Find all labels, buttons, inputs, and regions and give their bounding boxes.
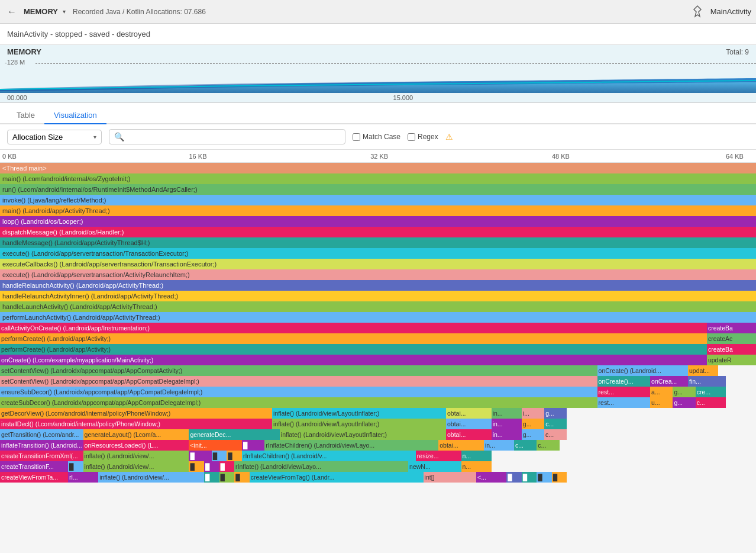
flame-cell-createsubdecor[interactable]: createSubDecor() (Landroidx/appcompat/ap… [0,397,597,408]
flame-cell-oncreate-right2[interactable]: onCreate()... [597,376,650,387]
flame-cell-smallorange[interactable]: █ [552,472,567,483]
flame-cell-inflate6[interactable]: inflate() (Landroid/view/... [98,472,204,483]
flame-cell-bar8[interactable]: █ [219,472,235,483]
flame-cell-inflate3[interactable]: inflate() (Landroid/view/LayoutInflater;… [280,429,446,440]
flame-cell-inflatetransition[interactable]: inflateTransition() (Landroid... [0,440,83,451]
flame-row-execute-relaunch[interactable]: execute() (Landroid/app/servertransactio… [0,269,756,280]
flame-cell-generatedec[interactable]: generateDec... [189,429,279,440]
flame-cell-updater[interactable]: updateR [707,355,756,365]
flame-cell-c2[interactable]: c... [544,429,567,440]
flame-row-method-invoke[interactable]: invoke() (Ljava/lang/reflect/Method;) [0,195,756,205]
flame-cell-generatelayout[interactable]: generateLayout() (Lcom/a... [83,429,189,440]
flame-cell-bar5[interactable]: █ [204,461,219,472]
flame-cell-obtai4[interactable]: obtai... [438,440,484,451]
flame-cell-smallblue[interactable]: █ [68,461,83,472]
flame-cell-onresourcesloaded[interactable]: onResourcesLoaded() (L... [83,440,189,451]
toolbar-dropdown-arrow[interactable]: ▾ [63,8,66,15]
flame-cell-bar6[interactable]: █ [219,461,235,472]
flame-row-thread-main[interactable]: <Thread main> [0,163,756,173]
flame-cell-bar2[interactable]: █ [212,451,227,461]
flame-cell-obtai2[interactable]: obtai... [446,419,492,429]
flame-row-zygoteinit[interactable]: main() (Lcom/android/internal/os/ZygoteI… [0,173,756,184]
flame-cell-bar7[interactable]: █ [204,472,219,483]
flame-cell-createba1[interactable]: createBa [707,323,756,333]
flame-cell-inflate5[interactable]: inflate() (Landroid/view/... [83,461,189,472]
flame-row-handlemessage[interactable]: handleMessage() (Landroid/app/ActivityTh… [0,237,756,248]
flame-cell-ensuresubdecor[interactable]: ensureSubDecor() (Landroidx/appcompat/ap… [0,387,597,397]
match-case-checkbox-label[interactable]: Match Case [353,133,400,141]
flame-cell-inflate2[interactable]: inflate() (Landroid/view/LayoutInflater;… [272,419,446,429]
flame-cell-rinflatechildren2[interactable]: rInflateChildren() (Landroid/v... [242,451,416,461]
flame-row-handlerelaunchinner[interactable]: handleRelaunchActivityInner() (Landroid/… [0,291,756,301]
flame-cell-g3[interactable]: g... [544,408,567,419]
flame-cell-bar4[interactable]: █ [189,461,204,472]
flame-cell-bar1[interactable]: █ [189,451,211,461]
flame-cell-obtai3[interactable]: obtai... [446,429,492,440]
flame-cell-oncreate-right1[interactable]: onCreate() (Landroid... [597,365,688,376]
flame-cell-init-small[interactable]: █ [242,440,264,451]
flame-cell-c4[interactable]: c... [537,440,559,451]
flame-cell-intarr[interactable]: int[] [424,472,476,483]
flame-row-handlelaunch[interactable]: handleLaunchActivity() (Landroid/app/Act… [0,301,756,312]
flame-cell-rl[interactable]: rl... [68,472,98,483]
flame-cell-smallblue2[interactable]: █ [537,472,552,483]
flame-cell-smallteal[interactable]: █ [522,472,537,483]
flame-cell-rest1[interactable]: rest... [597,387,650,397]
flame-cell-createba2[interactable]: createBa [707,344,756,355]
flame-cell-cre1[interactable]: cre... [696,387,726,397]
flame-cell-callactivity[interactable]: callActivityOnCreate() (Landroid/app/Ins… [0,323,707,333]
flame-row-dispatch[interactable]: dispatchMessage() (Landroid/os/Handler;) [0,227,756,237]
flame-row-performlaunch[interactable]: performLaunchActivity() (Landroid/app/Ac… [0,312,756,323]
flame-cell-in3[interactable]: in... [492,429,522,440]
flame-cell-in2[interactable]: in... [492,419,522,429]
regex-checkbox-label[interactable]: Regex [408,133,438,141]
flame-cell-init[interactable]: <init... [189,440,241,451]
flame-cell-createviewfromtag[interactable]: createViewFromTag() (Landr... [250,472,424,483]
flame-cell-fin[interactable]: fin... [688,376,726,387]
tab-visualization[interactable]: Visualization [44,107,106,124]
allocation-size-dropdown[interactable]: Allocation Size ▾ [7,130,102,144]
flame-cell-gettransition[interactable]: getTransition() (Lcom/andr... [0,429,83,440]
flame-cell-resize[interactable]: resize... [416,451,461,461]
flame-cell-ltmore[interactable]: <... [476,472,506,483]
flame-cell-createviewfromta[interactable]: createViewFromTa... [0,472,68,483]
flame-cell-createtransitionf[interactable]: createTransitionF... [0,461,68,472]
flame-cell-n1[interactable]: n... [461,451,492,461]
pin-button[interactable] [689,4,706,20]
flame-cell-oncrea2[interactable]: onCrea... [650,376,688,387]
flame-cell-c1[interactable]: c... [544,419,567,429]
flame-cell-c3[interactable]: c... [514,440,537,451]
flame-cell-bar3[interactable]: █ [227,451,242,461]
flame-cell-g2[interactable]: g... [673,397,695,408]
flame-cell-updat2[interactable]: updat... [688,365,718,376]
flame-cell-inflate4[interactable]: inflate() (Landroid/view/... [83,451,189,461]
flame-cell-g1[interactable]: g... [673,387,695,397]
flame-cell-cre2[interactable]: c... [696,397,726,408]
match-case-checkbox[interactable] [353,133,360,141]
flame-cell-a1[interactable]: a... [650,387,673,397]
flame-cell-rinflate3[interactable]: rInflate() (Landroid/view/Layo... [234,461,408,472]
flame-cell-performcreate1[interactable]: performCreate() (Landroid/app/Activity;) [0,333,707,344]
flame-cell-oncreate[interactable]: onCreate() (Lcom/example/myapplication/M… [0,355,707,365]
regex-checkbox[interactable] [408,133,415,141]
flame-cell-in4[interactable]: in... [484,440,514,451]
flame-cell-g5[interactable]: g... [522,429,544,440]
flame-cell-smallpurple[interactable]: █ [506,472,522,483]
flame-cell-u2[interactable]: u... [650,397,673,408]
flame-cell-rest2[interactable]: rest... [597,397,650,408]
flame-cell-installdecl[interactable]: installDecl() (Lcom/android/internal/pol… [0,419,272,429]
flame-row-looper[interactable]: loop() (Landroid/os/Looper;) [0,216,756,227]
flame-cell-inflate1[interactable]: inflate() (Landroid/view/LayoutInflater;… [272,408,446,419]
flame-cell-setcontentview1[interactable]: setContentView() (Landroidx/appcompat/ap… [0,365,597,376]
flame-cell-createac[interactable]: createAc [707,333,756,344]
flame-row-activitythread-main[interactable]: main() (Landroid/app/ActivityThread;) [0,205,756,216]
tab-table[interactable]: Table [7,107,44,124]
flame-cell-g4[interactable]: g... [522,419,544,429]
flame-cell-getdecorview[interactable]: getDecorView() (Lcom/android/internal/po… [0,408,272,419]
flame-cell-rinflatechildren1[interactable]: rInflateChildren() (Landroid/view/Layo..… [264,440,438,451]
search-input[interactable] [128,133,340,142]
flame-row-runtimeinit[interactable]: run() (Lcom/android/internal/os/RuntimeI… [0,184,756,195]
flame-cell-setcontentview2[interactable]: setContentView() (Landroidx/appcompat/ap… [0,376,597,387]
flame-cell-obtai1[interactable]: obtai... [446,408,492,419]
flame-cell-bar9[interactable]: █ [234,472,250,483]
